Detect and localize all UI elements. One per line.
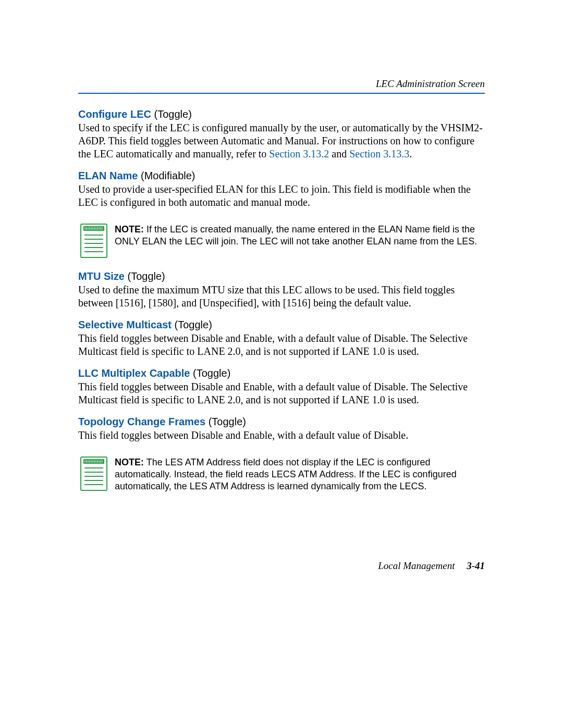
section-elan-name: ELAN Name (Modifiable) Used to provide a… xyxy=(78,170,485,209)
heading-title: ELAN Name xyxy=(78,170,138,181)
heading-paren: (Toggle) xyxy=(127,270,165,282)
note-icon xyxy=(80,224,107,258)
heading-title: Topology Change Frames xyxy=(78,416,205,427)
note-icon-wrap xyxy=(78,224,109,258)
note-icon-wrap xyxy=(78,456,109,491)
body-configure-lec: Used to specify if the LEC is configured… xyxy=(78,121,485,161)
heading-configure-lec: Configure LEC (Toggle) xyxy=(78,108,485,120)
footer-chapter: Local Management xyxy=(378,560,455,571)
heading-topology-change: Topology Change Frames (Toggle) xyxy=(78,416,485,428)
xref-link[interactable]: Section 3.13.2 xyxy=(269,148,329,159)
heading-llc-multiplex: LLC Multiplex Capable (Toggle) xyxy=(78,367,485,379)
running-header: LEC Administration Screen xyxy=(78,78,485,90)
section-llc-multiplex: LLC Multiplex Capable (Toggle) This fiel… xyxy=(78,367,485,406)
body-mtu-size: Used to define the maximum MTU size that… xyxy=(78,283,485,310)
heading-title: MTU Size xyxy=(78,270,125,282)
heading-paren: (Toggle) xyxy=(193,367,230,379)
page-content: LEC Administration Screen Configure LEC … xyxy=(0,0,563,498)
note-block: NOTE: The LES ATM Address field does not… xyxy=(78,451,485,498)
body-text-post: . xyxy=(409,148,412,159)
heading-elan-name: ELAN Name (Modifiable) xyxy=(78,170,485,182)
page-footer: Local Management 3-41 xyxy=(378,560,485,572)
note-body: The LES ATM Address field does not displ… xyxy=(115,457,457,491)
note-block: NOTE: If the LEC is created manually, th… xyxy=(78,218,485,263)
section-topology-change: Topology Change Frames (Toggle) This fie… xyxy=(78,416,485,442)
body-text-and: and xyxy=(329,148,349,159)
heading-paren: (Toggle) xyxy=(209,416,246,427)
heading-paren: (Toggle) xyxy=(175,319,212,330)
heading-mtu-size: MTU Size (Toggle) xyxy=(78,270,485,282)
body-llc-multiplex: This field toggles between Disable and E… xyxy=(78,380,485,406)
body-topology-change: This field toggles between Disable and E… xyxy=(78,429,485,442)
note-label: NOTE: xyxy=(115,457,144,467)
heading-title: LLC Multiplex Capable xyxy=(78,367,190,379)
note-icon xyxy=(80,456,107,491)
xref-link[interactable]: Section 3.13.3 xyxy=(349,148,409,159)
section-configure-lec: Configure LEC (Toggle) Used to specify i… xyxy=(78,108,485,161)
footer-page-number: 3-41 xyxy=(467,560,485,571)
heading-title: Selective Multicast xyxy=(78,319,172,330)
section-mtu-size: MTU Size (Toggle) Used to define the max… xyxy=(78,270,485,310)
note-text: NOTE: If the LEC is created manually, th… xyxy=(109,224,485,248)
note-label: NOTE: xyxy=(115,224,144,235)
section-selective-multicast: Selective Multicast (Toggle) This field … xyxy=(78,319,485,358)
heading-selective-multicast: Selective Multicast (Toggle) xyxy=(78,319,485,331)
header-rule xyxy=(78,93,485,94)
heading-title: Configure LEC xyxy=(78,108,151,120)
heading-paren: (Modifiable) xyxy=(141,170,195,181)
body-elan-name: Used to provide a user-specified ELAN fo… xyxy=(78,183,485,209)
heading-paren-text: (Toggle) xyxy=(154,108,192,120)
body-selective-multicast: This field toggles between Disable and E… xyxy=(78,332,485,358)
note-text: NOTE: The LES ATM Address field does not… xyxy=(109,456,485,492)
note-body: If the LEC is created manually, the name… xyxy=(115,224,477,246)
